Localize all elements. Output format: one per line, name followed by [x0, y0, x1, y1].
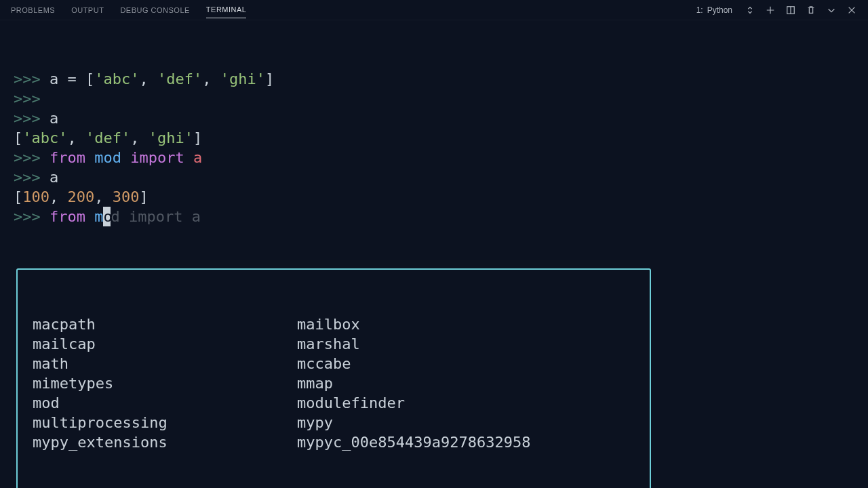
code-token: from	[50, 149, 85, 166]
terminal-process-index: 1:	[696, 5, 703, 15]
code-token: import	[129, 208, 182, 225]
terminal-line: >>> a	[14, 167, 854, 187]
code-token: 300	[113, 188, 140, 205]
terminal-line: >>> a	[14, 108, 854, 128]
chevron-down-icon[interactable]	[826, 5, 837, 16]
autocomplete-item[interactable]: mmap	[297, 373, 635, 393]
code-token: ,	[202, 70, 220, 87]
terminal-cursor: o	[103, 207, 111, 226]
terminal-line: ['abc', 'def', 'ghi']	[14, 128, 854, 148]
code-token	[184, 149, 193, 166]
close-icon[interactable]	[846, 5, 857, 16]
terminal-process-selector[interactable]: 1: Python	[696, 5, 732, 15]
code-token: [	[77, 70, 95, 87]
panel-toolbar: 1: Python	[696, 5, 857, 16]
code-token: ,	[130, 129, 149, 146]
autocomplete-item[interactable]: mailcap	[33, 334, 290, 354]
split-icon[interactable]	[785, 5, 796, 16]
code-token: 'ghi'	[220, 70, 265, 87]
autocomplete-item[interactable]: mailbox	[297, 314, 635, 334]
autocomplete-item[interactable]: modulefinder	[297, 393, 635, 413]
autocomplete-item[interactable]: mypy_extensions	[33, 432, 290, 452]
code-token	[120, 208, 129, 225]
prompt: >>>	[14, 70, 50, 87]
code-token: a	[192, 208, 201, 225]
code-token: ]	[140, 188, 149, 205]
terminal-line: >>>	[14, 89, 854, 108]
autocomplete-item[interactable]: multiprocessing	[33, 413, 290, 432]
tab-problems[interactable]: PROBLEMS	[11, 2, 55, 18]
code-token	[85, 208, 94, 225]
prompt: >>>	[14, 110, 50, 127]
code-token: a	[193, 149, 202, 166]
terminal-body[interactable]: >>> a = ['abc', 'def', 'ghi']>>> >>> a['…	[0, 20, 868, 488]
code-token: [	[14, 188, 22, 205]
tab-terminal[interactable]: TERMINAL	[206, 1, 247, 18]
code-token: mod	[94, 149, 121, 166]
tab-output[interactable]: OUTPUT	[71, 2, 104, 18]
trash-icon[interactable]	[806, 5, 816, 16]
terminal-line: [100, 200, 300]	[14, 187, 854, 207]
code-token: ,	[139, 70, 157, 87]
code-token: d	[111, 208, 119, 225]
code-token	[58, 70, 67, 87]
code-token: ,	[67, 129, 85, 146]
terminal-process-name: Python	[707, 5, 732, 15]
autocomplete-item[interactable]: mccabe	[297, 354, 635, 373]
code-token	[182, 208, 191, 225]
code-token: a	[50, 70, 58, 87]
panel-tab-bar: PROBLEMS OUTPUT DEBUG CONSOLE TERMINAL 1…	[0, 0, 868, 20]
code-token: m	[94, 208, 103, 225]
code-token: 'def'	[157, 70, 202, 87]
code-token	[121, 149, 130, 166]
prompt: >>>	[14, 90, 50, 107]
autocomplete-item[interactable]: marshal	[297, 334, 635, 354]
code-token: =	[67, 70, 76, 87]
autocomplete-popup: macpathmailboxmailcapmarshalmathmccabemi…	[16, 268, 651, 488]
autocomplete-item[interactable]: mypyc_00e854439a9278632958	[297, 432, 635, 452]
code-token: 'def'	[85, 129, 130, 146]
code-token: 'abc'	[94, 70, 139, 87]
code-token: from	[50, 208, 85, 225]
updown-icon[interactable]	[745, 5, 755, 16]
terminal-current-line[interactable]: >>> from mod import a	[14, 207, 854, 226]
autocomplete-item[interactable]: math	[33, 354, 290, 373]
autocomplete-item[interactable]: macpath	[33, 314, 290, 334]
terminal-line: >>> a = ['abc', 'def', 'ghi']	[14, 69, 854, 89]
code-token: 'abc'	[22, 129, 67, 146]
code-token: 200	[68, 188, 95, 205]
prompt: >>>	[14, 169, 50, 186]
code-token	[85, 149, 94, 166]
prompt: >>>	[14, 208, 50, 225]
code-token: ,	[94, 188, 113, 205]
code-token: 100	[22, 188, 50, 205]
code-token: ,	[50, 188, 68, 205]
code-token: 'ghi'	[149, 129, 193, 146]
plus-icon[interactable]	[765, 5, 776, 16]
code-token: import	[130, 149, 184, 166]
code-token: a	[50, 169, 58, 186]
code-token: ]	[265, 70, 274, 87]
code-token: ]	[193, 129, 202, 146]
autocomplete-item[interactable]: mypy	[297, 413, 635, 432]
autocomplete-item[interactable]: mimetypes	[33, 373, 290, 393]
terminal-line: >>> from mod import a	[14, 148, 854, 167]
code-token: [	[14, 129, 22, 146]
tab-debug-console[interactable]: DEBUG CONSOLE	[120, 2, 189, 18]
autocomplete-item[interactable]: mod	[33, 393, 290, 413]
code-token: a	[50, 110, 58, 127]
prompt: >>>	[14, 149, 50, 166]
